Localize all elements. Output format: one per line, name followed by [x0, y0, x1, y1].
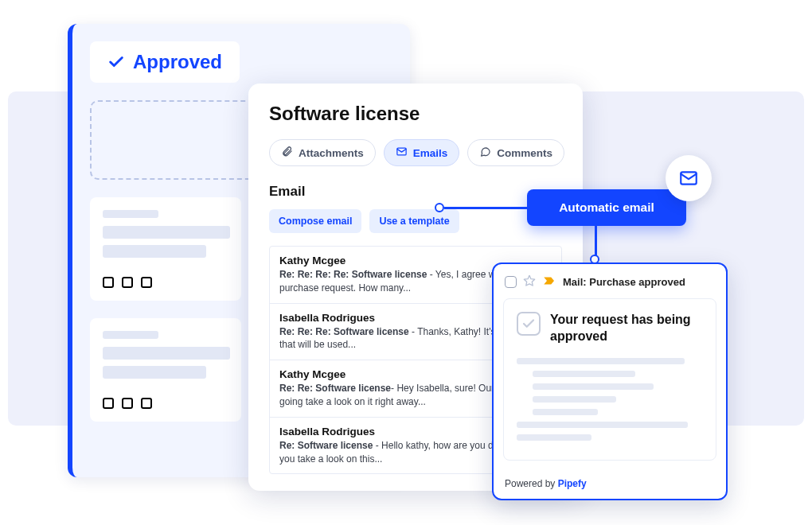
tag-dot — [141, 277, 152, 288]
powered-prefix: Powered by — [505, 478, 558, 489]
email-preview-body: Your request has being approved — [503, 298, 716, 461]
svg-marker-2 — [524, 275, 534, 286]
email-actions: Compose email Use a template — [269, 209, 562, 233]
email-preview-header: Mail: Purchase approved — [494, 264, 726, 298]
skeleton-bar — [103, 245, 206, 258]
email-preview-subject: Mail: Purchase approved — [563, 276, 685, 288]
mail-icon — [396, 146, 408, 160]
use-template-button[interactable]: Use a template — [369, 209, 459, 233]
connector-line — [595, 226, 597, 258]
automatic-email-callout: Automatic email — [527, 189, 686, 226]
email-preview-title: Your request has being approved — [550, 312, 703, 345]
column-title: Approved — [133, 51, 222, 73]
panel-title: Software license — [269, 103, 562, 125]
email-preview-card: Mail: Purchase approved Your request has… — [492, 262, 728, 500]
tab-attachments[interactable]: Attachments — [269, 139, 376, 166]
tag-dot — [122, 398, 133, 409]
column-header: Approved — [90, 41, 240, 83]
tab-comments[interactable]: Comments — [467, 139, 564, 166]
card-placeholder[interactable] — [90, 197, 241, 301]
connector-node-icon — [435, 203, 444, 212]
label-arrow-icon — [542, 274, 556, 290]
paperclip-icon — [281, 146, 293, 160]
tag-dot — [141, 398, 152, 409]
skeleton-bar — [103, 331, 158, 339]
callout-label: Automatic email — [559, 200, 654, 215]
email-subject: Re: Re: Software license — [279, 383, 391, 394]
skeleton-bar — [103, 347, 230, 360]
card-placeholder[interactable] — [90, 318, 241, 422]
tab-label: Attachments — [299, 147, 364, 159]
email-subject: Re: Software license — [279, 440, 373, 451]
approved-check-icon — [517, 312, 541, 336]
powered-brand: Pipefy — [558, 478, 587, 489]
tab-emails[interactable]: Emails — [384, 139, 460, 166]
tag-dot — [103, 398, 114, 409]
comment-icon — [479, 146, 491, 160]
star-icon[interactable] — [523, 274, 536, 290]
section-label-email: Email — [269, 184, 562, 200]
email-subject: Re: Re: Re: Re: Software license — [279, 269, 427, 280]
skeleton-bar — [103, 226, 230, 239]
powered-by-footer: Powered by Pipefy — [494, 470, 726, 499]
check-icon — [107, 53, 125, 71]
email-body-skeleton — [517, 358, 703, 441]
compose-email-button[interactable]: Compose email — [269, 209, 361, 233]
skeleton-bar — [103, 366, 206, 379]
tab-row: Attachments Emails Comments — [269, 139, 562, 166]
tab-label: Emails — [413, 147, 448, 159]
tag-dot — [122, 277, 133, 288]
checkbox-icon[interactable] — [505, 276, 517, 288]
tab-label: Comments — [497, 147, 552, 159]
tag-dot — [103, 277, 114, 288]
connector-line — [444, 207, 530, 209]
email-subject: Re: Re: Re: Software license — [279, 326, 409, 337]
skeleton-bar — [103, 210, 158, 218]
mail-bubble-icon — [666, 155, 712, 201]
